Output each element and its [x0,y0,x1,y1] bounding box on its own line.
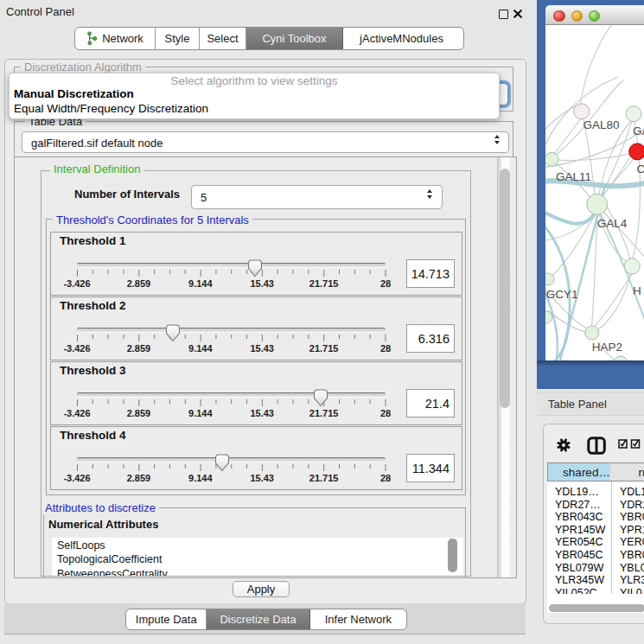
svg-text:GCY1: GCY1 [546,288,578,301]
svg-text:GAL11: GAL11 [556,170,591,183]
svg-text:GAL80: GAL80 [583,118,620,131]
svg-text:GA: GA [633,124,644,137]
svg-text:GAL4: GAL4 [597,217,628,230]
svg-text:H: H [633,284,641,297]
svg-text:C: C [637,163,644,175]
svg-text:HAP2: HAP2 [592,341,622,354]
